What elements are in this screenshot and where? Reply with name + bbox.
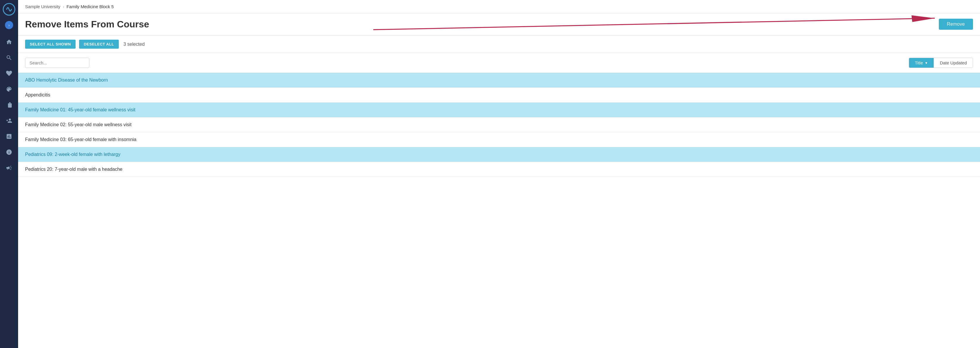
list-item[interactable]: Pediatrics 09: 2-week-old female with le… [18,147,980,162]
sidebar-toggle[interactable]: › [5,21,13,29]
list-item[interactable]: Appendicitis [18,88,980,103]
list-item[interactable]: Pediatrics 20: 7-year-old male with a he… [18,162,980,177]
sort-arrow-icon: ▼ [925,61,928,65]
main-content: Sample University › Family Medicine Bloc… [18,0,980,348]
items-list: ABO Hemolytic Disease of the NewbornAppe… [18,73,980,348]
sort-title-button[interactable]: Title ▼ [909,58,934,68]
sidebar-item-clinical[interactable] [0,66,18,81]
sort-date-button[interactable]: Date Updated [934,58,973,68]
sidebar-navigation [0,35,18,175]
deselect-all-button[interactable]: DESELECT ALL [79,40,119,49]
sidebar-item-megaphone[interactable] [0,161,18,175]
search-sort-bar: Title ▼ Date Updated [18,53,980,73]
list-item[interactable]: Family Medicine 02: 55-year-old male wel… [18,117,980,132]
remove-button[interactable]: Remove [939,19,973,30]
sidebar-item-palette[interactable] [0,82,18,96]
list-item[interactable]: ABO Hemolytic Disease of the Newborn [18,73,980,88]
sidebar-item-chart[interactable] [0,130,18,143]
select-all-button[interactable]: SELECT ALL SHOWN [25,40,76,49]
sort-buttons: Title ▼ Date Updated [909,58,973,68]
breadcrumb-course[interactable]: Family Medicine Block 5 [67,4,114,9]
page-title: Remove Items From Course [25,19,149,30]
content-area: Title ▼ Date Updated ABO Hemolytic Disea… [18,53,980,348]
breadcrumb-university[interactable]: Sample University [25,4,60,9]
sidebar-item-home[interactable] [0,35,18,49]
search-input[interactable] [25,58,89,68]
sidebar-item-users[interactable] [0,114,18,128]
sidebar-item-search[interactable] [0,51,18,65]
list-item[interactable]: Family Medicine 01: 45-year-old female w… [18,103,980,117]
breadcrumb: Sample University › Family Medicine Bloc… [18,0,980,13]
sidebar-item-briefcase[interactable] [0,98,18,112]
sidebar-item-info[interactable] [0,145,18,159]
breadcrumb-separator: › [63,4,64,9]
page-header-inner: Remove Items From Course Remove [25,19,973,30]
list-item[interactable]: Family Medicine 03: 65-year-old female w… [18,132,980,147]
sidebar: › [0,0,18,348]
selection-bar: SELECT ALL SHOWN DESELECT ALL 3 selected [18,36,980,53]
selected-count: 3 selected [123,42,145,47]
page-header-wrapper: Remove Items From Course Remove [18,13,980,36]
sort-title-label: Title [915,60,923,65]
app-logo [3,3,16,16]
